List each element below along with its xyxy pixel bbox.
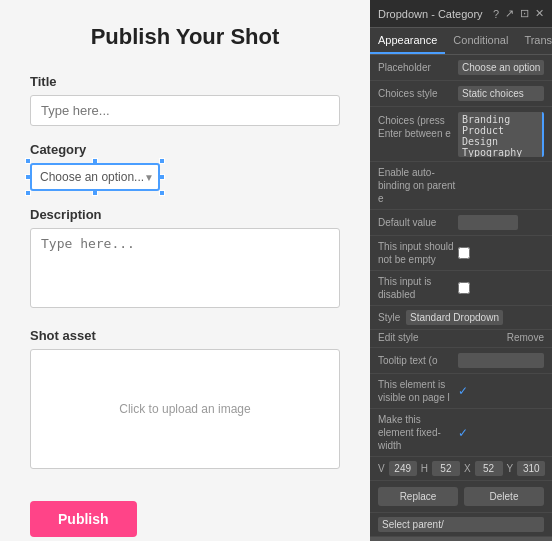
h-input[interactable] <box>432 461 460 476</box>
choices-textarea[interactable]: Branding Product Design Typography <box>458 112 544 157</box>
x-label: X <box>464 463 471 474</box>
style-label: Style <box>378 312 406 323</box>
y-input[interactable] <box>517 461 545 476</box>
replace-button[interactable]: Replace <box>378 487 458 506</box>
x-input[interactable] <box>475 461 503 476</box>
title-field: Title <box>30 74 340 126</box>
tooltip-row: Tooltip text (o <box>370 348 552 374</box>
shot-asset-field: Shot asset Click to upload an image <box>30 328 340 469</box>
edit-style-link[interactable]: Edit style <box>378 332 419 343</box>
tooltip-label: Tooltip text (o <box>378 354 458 367</box>
publish-button[interactable]: Publish <box>30 501 137 537</box>
visible-label: This element is visible on page l <box>378 378 458 404</box>
coords-row: V H X Y <box>370 457 552 481</box>
placeholder-label: Placeholder <box>378 61 458 74</box>
title-input[interactable] <box>30 95 340 126</box>
style-select[interactable]: Standard Dropdown <box>406 310 503 325</box>
fixed-width-checkmark: ✓ <box>458 426 468 440</box>
upload-text: Click to upload an image <box>119 402 250 416</box>
visible-row: This element is visible on page l ✓ <box>370 374 552 409</box>
fixed-width-row: Make this element fixed-width ✓ <box>370 409 552 457</box>
category-field: Category Choose an option... Branding Pr… <box>30 142 340 191</box>
not-empty-label: This input should not be empty <box>378 240 458 266</box>
btn-row: Replace Delete <box>370 481 552 513</box>
description-label: Description <box>30 207 340 222</box>
v-label: V <box>378 463 385 474</box>
panel-content: Placeholder Choices style Static choices… <box>370 55 552 541</box>
panel-header: Dropdown - Category ? ↗ ⊡ ✕ <box>370 0 552 28</box>
help-icon[interactable]: ? <box>493 8 499 20</box>
not-empty-checkbox[interactable] <box>458 247 470 259</box>
external-link-icon[interactable]: ↗ <box>505 7 514 20</box>
default-value-row: Default value <box>370 210 552 236</box>
main-form: Publish Your Shot Title Category Choose … <box>0 0 370 541</box>
category-select[interactable]: Choose an option... Branding Product Des… <box>30 163 160 191</box>
edit-remove-row: Edit style Remove <box>370 330 552 348</box>
shot-asset-label: Shot asset <box>30 328 340 343</box>
style-row: Style Standard Dropdown <box>370 306 552 330</box>
choices-style-label: Choices style <box>378 87 458 100</box>
category-label: Category <box>30 142 340 157</box>
fixed-width-label: Make this element fixed-width <box>378 413 458 452</box>
right-panel: Dropdown - Category ? ↗ ⊡ ✕ Appearance C… <box>370 0 552 541</box>
settings-icon[interactable]: ⊡ <box>520 7 529 20</box>
tab-transitions[interactable]: Transitions <box>516 28 552 54</box>
select-parent-row: Select parent/ <box>370 513 552 537</box>
title-label: Title <box>30 74 340 89</box>
shot-asset-upload[interactable]: Click to upload an image <box>30 349 340 469</box>
disabled-checkbox[interactable] <box>458 282 470 294</box>
h-label: H <box>421 463 428 474</box>
category-wrapper: Choose an option... Branding Product Des… <box>30 163 160 191</box>
visible-checkmark: ✓ <box>458 384 468 398</box>
panel-title: Dropdown - Category <box>378 8 483 20</box>
delete-button[interactable]: Delete <box>464 487 544 506</box>
auto-binding-label: Enable auto-binding on parent e <box>378 166 458 205</box>
default-value-label: Default value <box>378 216 458 229</box>
disabled-label: This input is disabled <box>378 275 458 301</box>
tooltip-input[interactable] <box>458 353 544 368</box>
panel-icons: ? ↗ ⊡ ✕ <box>493 7 544 20</box>
category-select-container: Choose an option... Branding Product Des… <box>30 163 160 191</box>
select-parent-select[interactable]: Select parent/ <box>378 517 544 532</box>
disabled-row: This input is disabled <box>370 271 552 306</box>
close-icon[interactable]: ✕ <box>535 7 544 20</box>
remove-style-link[interactable]: Remove <box>507 332 544 343</box>
v-input[interactable] <box>389 461 417 476</box>
not-empty-row: This input should not be empty <box>370 236 552 271</box>
description-input[interactable] <box>30 228 340 308</box>
choices-label: Choices (press Enter between e <box>378 112 458 140</box>
choices-style-row: Choices style Static choices <box>370 81 552 107</box>
placeholder-input[interactable] <box>458 60 544 75</box>
choices-style-select[interactable]: Static choices <box>458 86 544 101</box>
auto-binding-row: Enable auto-binding on parent e <box>370 162 552 210</box>
y-label: Y <box>507 463 514 474</box>
tab-conditional[interactable]: Conditional <box>445 28 516 54</box>
description-field: Description <box>30 207 340 312</box>
choices-row: Choices (press Enter between e Branding … <box>370 107 552 162</box>
panel-tabs: Appearance Conditional Transitions <box>370 28 552 55</box>
page-title: Publish Your Shot <box>30 24 340 50</box>
default-value-input[interactable] <box>458 215 518 230</box>
tab-appearance[interactable]: Appearance <box>370 28 445 54</box>
reveal-button[interactable]: Reveal in the Elements tree <box>370 537 552 541</box>
placeholder-row: Placeholder <box>370 55 552 81</box>
